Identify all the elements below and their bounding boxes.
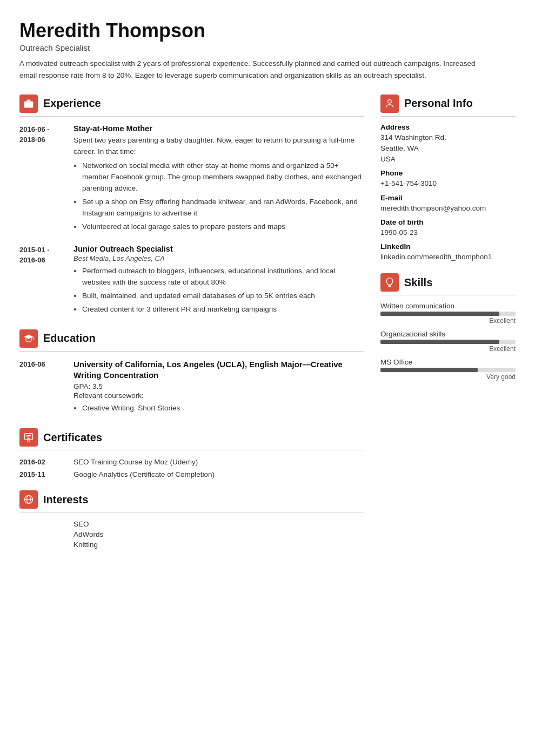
svg-line-5	[28, 441, 28, 443]
exp1-bullets: Networked on social media with other sta…	[73, 160, 364, 233]
exp2-content: Junior Outreach Specialist Best Media, L…	[73, 245, 364, 318]
main-columns: Experience 2016-06 -2018-06 Stay-at-Home…	[19, 94, 516, 561]
experience-section: Experience 2016-06 -2018-06 Stay-at-Home…	[19, 94, 364, 318]
exp1-bullet-3: Volunteered at local garage sales to pre…	[82, 221, 364, 233]
skill1-name: Written communication	[380, 302, 516, 310]
edu1-bullet-1: Creative Writing: Short Stories	[82, 403, 364, 414]
skills-title: Skills	[404, 276, 432, 289]
cert2-name: Google Analytics (Certificate of Complet…	[73, 470, 215, 478]
edu1-date: 2016-06	[19, 359, 64, 416]
exp1-desc: Spent two years parenting a baby daughte…	[73, 135, 364, 158]
certificates-header: Certificates	[19, 428, 364, 447]
cert1-name: SEO Training Course by Moz (Udemy)	[73, 458, 198, 466]
experience-icon	[19, 94, 38, 113]
skill-item-2: Organizational skills Excellent	[380, 330, 516, 353]
edu1-content: University of California, Los Angeles (U…	[73, 359, 364, 416]
interest-spacer-3	[19, 541, 64, 549]
summary: A motivated outreach specialist with 2 y…	[19, 58, 490, 81]
personal-info-title: Personal Info	[404, 97, 473, 110]
linkedin-value: linkedin.com/meredith_thomphon1	[380, 252, 516, 262]
skill3-name: MS Office	[380, 358, 516, 366]
right-column: Personal Info Address 314 Washington Rd.…	[380, 94, 516, 561]
personal-info-divider	[380, 116, 516, 117]
graduation-cap-icon	[23, 333, 34, 344]
personal-info-icon	[380, 94, 399, 113]
experience-divider	[19, 116, 364, 117]
exp2-subtitle: Best Media, Los Angeles, CA	[73, 254, 364, 262]
dob-value: 1990-05-23	[380, 227, 516, 238]
edu1-bullets: Creative Writing: Short Stories	[73, 403, 364, 414]
skill2-bar	[380, 340, 516, 344]
certificate-icon	[23, 432, 34, 443]
cert2-date: 2015-11	[19, 470, 64, 478]
svg-rect-3	[25, 434, 33, 440]
cert-entry-2: 2015-11 Google Analytics (Certificate of…	[19, 470, 364, 478]
briefcase-icon	[23, 98, 34, 109]
skill1-bar	[380, 312, 516, 316]
skill3-bar	[380, 368, 516, 372]
interests-divider	[19, 512, 364, 512]
skill2-level: Excellent	[380, 345, 516, 353]
certificates-title: Certificates	[43, 431, 102, 444]
skill1-level: Excellent	[380, 317, 516, 325]
skills-icon-svg	[384, 277, 395, 288]
skill-item-3: MS Office Very good	[380, 358, 516, 381]
interest-spacer-1	[19, 520, 64, 528]
certificates-icon	[19, 428, 38, 447]
address-label: Address	[380, 123, 516, 131]
experience-header: Experience	[19, 94, 364, 113]
interests-title: Interests	[43, 494, 88, 506]
experience-title: Experience	[43, 97, 101, 110]
linkedin-label: LinkedIn	[380, 242, 516, 251]
exp2-date: 2015-01 -2016-06	[19, 245, 64, 318]
exp1-content: Stay-at-Home Mother Spent two years pare…	[73, 124, 364, 235]
skills-divider	[380, 295, 516, 295]
person-icon	[384, 98, 395, 109]
experience-entry-1: 2016-06 -2018-06 Stay-at-Home Mother Spe…	[19, 124, 364, 235]
cert-entry-1: 2016-02 SEO Training Course by Moz (Udem…	[19, 458, 364, 466]
phone-label: Phone	[380, 169, 516, 177]
email-value: meredith.thompson@yahoo.com	[380, 203, 516, 214]
full-name: Meredith Thompson	[19, 19, 516, 42]
exp2-bullet-2: Built, maintained, and updated email dat…	[82, 291, 364, 302]
skills-section: Skills Written communication Excellent O…	[380, 273, 516, 381]
resume-page: Meredith Thompson Outreach Specialist A …	[0, 0, 535, 582]
exp2-bullet-1: Performed outreach to bloggers, influenc…	[82, 266, 364, 288]
exp1-bullet-1: Networked on social media with other sta…	[82, 160, 364, 194]
personal-info-header: Personal Info	[380, 94, 516, 113]
header: Meredith Thompson Outreach Specialist A …	[19, 19, 516, 82]
education-icon	[19, 329, 38, 348]
svg-line-6	[30, 441, 30, 443]
skills-header: Skills	[380, 273, 516, 292]
dob-label: Date of birth	[380, 218, 516, 226]
interest-name-2: AdWords	[73, 530, 103, 538]
interest-3: Knitting	[19, 541, 364, 549]
skill2-name: Organizational skills	[380, 330, 516, 338]
skill3-fill	[380, 368, 478, 372]
interest-spacer-2	[19, 530, 64, 538]
skill-item-1: Written communication Excellent	[380, 302, 516, 325]
education-title: Education	[43, 332, 96, 345]
education-divider	[19, 351, 364, 352]
exp1-bullet-2: Set up a shop on Etsy offering handmade …	[82, 197, 364, 219]
exp2-title: Junior Outreach Specialist	[73, 245, 364, 253]
interest-2: AdWords	[19, 530, 364, 538]
interest-1: SEO	[19, 520, 364, 528]
phone-value: +1-541-754-3010	[380, 178, 516, 189]
edu1-title: University of California, Los Angeles (U…	[73, 359, 364, 381]
job-title: Outreach Specialist	[19, 43, 516, 52]
left-column: Experience 2016-06 -2018-06 Stay-at-Home…	[19, 94, 364, 561]
interests-header: Interests	[19, 490, 364, 509]
certificates-section: Certificates 2016-02 SEO Training Course…	[19, 428, 364, 478]
personal-info-section: Personal Info Address 314 Washington Rd.…	[380, 94, 516, 263]
exp2-bullets: Performed outreach to bloggers, influenc…	[73, 266, 364, 315]
exp1-date: 2016-06 -2018-06	[19, 124, 64, 235]
svg-rect-0	[24, 101, 34, 107]
interests-icon-svg	[23, 494, 34, 505]
edu1-gpa: GPA: 3.5	[73, 382, 364, 390]
skill3-level: Very good	[380, 373, 516, 381]
exp1-title: Stay-at-Home Mother	[73, 124, 364, 133]
skill1-fill	[380, 312, 499, 316]
interests-icon	[19, 490, 38, 509]
cert1-date: 2016-02	[19, 458, 64, 466]
